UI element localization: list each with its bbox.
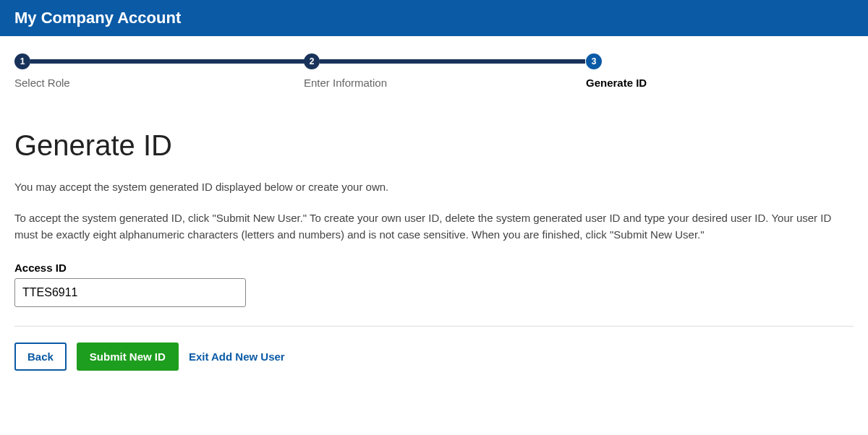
section-divider: [14, 326, 854, 327]
details-text: To accept the system generated ID, click…: [14, 210, 854, 243]
step-dot-2: 2: [304, 53, 320, 69]
step-label-2: Enter Information: [304, 77, 387, 89]
progress-stepper: 1 2 3 Select Role Enter Information Gene…: [14, 53, 854, 100]
access-id-label: Access ID: [14, 262, 854, 274]
submit-new-id-button[interactable]: Submit New ID: [77, 343, 179, 371]
step-num-3: 3: [592, 56, 597, 66]
action-row: Back Submit New ID Exit Add New User: [14, 343, 854, 371]
step-num-1: 1: [20, 56, 25, 66]
intro-text: You may accept the system generated ID d…: [14, 179, 854, 194]
page-title: Generate ID: [14, 129, 854, 162]
access-id-input[interactable]: [14, 278, 246, 307]
main-content: 1 2 3 Select Role Enter Information Gene…: [0, 36, 868, 371]
app-title: My Company Account: [14, 9, 181, 27]
step-dot-3: 3: [586, 53, 602, 69]
exit-add-new-user-link[interactable]: Exit Add New User: [189, 350, 285, 363]
step-label-3: Generate ID: [586, 77, 647, 89]
app-header: My Company Account: [0, 0, 868, 36]
step-connector-1: [30, 59, 310, 64]
step-label-1: Select Role: [14, 77, 70, 89]
step-dot-1: 1: [14, 53, 30, 69]
back-button[interactable]: Back: [14, 343, 67, 371]
step-connector-2: [320, 59, 585, 64]
step-num-2: 2: [310, 56, 315, 66]
